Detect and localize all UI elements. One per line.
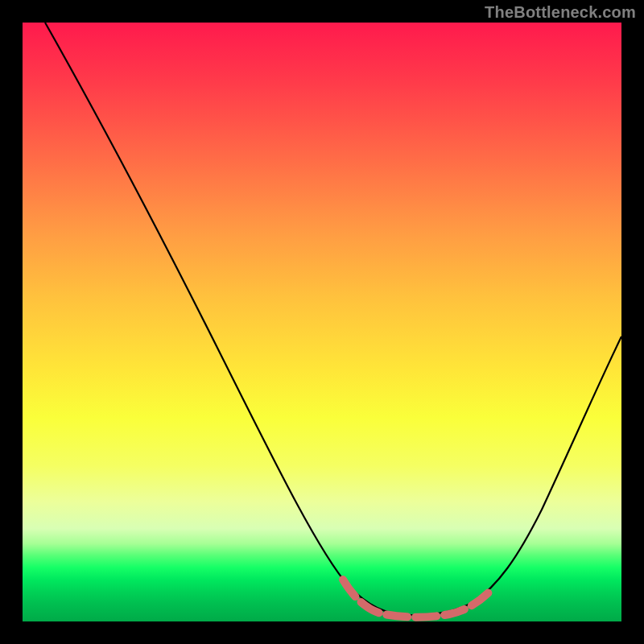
watermark-text: TheBottleneck.com xyxy=(485,3,636,22)
chart-frame: TheBottleneck.com xyxy=(0,0,644,644)
gradient-background xyxy=(23,23,621,621)
plot-area xyxy=(23,23,621,621)
